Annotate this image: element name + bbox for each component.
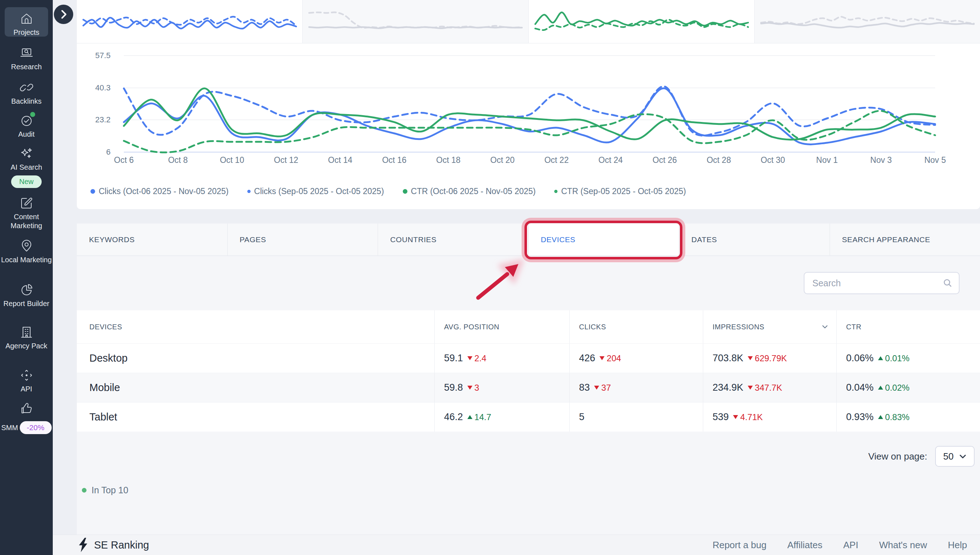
thumbnail-position[interactable]	[755, 0, 980, 43]
metric-cell: 703.8K629.79K	[703, 344, 836, 373]
triangle-up-icon	[468, 415, 472, 419]
delta-up: 14.7	[468, 412, 492, 422]
building-icon	[19, 325, 34, 339]
header-ctr[interactable]: CTR	[836, 310, 980, 343]
footer-link-whats-new[interactable]: What's new	[879, 540, 927, 551]
table-header-row: DEVICES AVG. POSITION CLICKS IMPRESSIONS…	[77, 310, 980, 343]
metric-value: 0.06%	[846, 353, 874, 364]
new-badge: New	[11, 175, 41, 188]
sidebar-item-local-marketing[interactable]: Local Marketing	[0, 239, 53, 265]
device-name: Tablet	[89, 411, 117, 423]
delta-down: 3	[468, 383, 479, 393]
sidebar-item-research[interactable]: Research	[0, 46, 53, 71]
metric-value: 59.1	[444, 353, 463, 364]
table-row[interactable]: Mobile59.838337234.9K347.7K0.04%0.02%	[77, 373, 980, 402]
header-clicks[interactable]: CLICKS	[569, 310, 703, 343]
app-root: Projects Research Backlinks Audit	[0, 0, 980, 555]
footer-link-api[interactable]: API	[843, 540, 858, 551]
header-impressions[interactable]: IMPRESSIONS	[703, 310, 836, 343]
legend-clicks-current[interactable]: Clicks (Oct-06 2025 - Nov-05 2025)	[90, 186, 229, 196]
metric-value: 5	[579, 412, 585, 423]
tab-dates[interactable]: DATES	[679, 223, 830, 255]
x-axis-tick: Nov 3	[870, 156, 892, 165]
delta-down: 204	[599, 353, 621, 363]
x-axis-tick: Oct 12	[274, 156, 298, 165]
triangle-down-icon	[594, 386, 599, 390]
delta-value: 37	[601, 383, 611, 393]
metric-cell: 59.12.4	[434, 344, 569, 373]
tab-pages[interactable]: PAGES	[228, 223, 378, 255]
delta-value: 629.79K	[755, 353, 787, 363]
sidebar-item-api[interactable]: API	[0, 368, 53, 393]
page-size-select[interactable]: 50	[935, 446, 975, 467]
sidebar-item-report-builder[interactable]: Report Builder	[0, 283, 53, 308]
view-on-page-label: View on page:	[868, 451, 927, 462]
delta-down: 2.4	[468, 353, 487, 363]
delta-value: 347.7K	[755, 383, 782, 393]
sidebar-item-content-marketing[interactable]: Content Marketing	[0, 196, 53, 230]
sidebar: Projects Research Backlinks Audit	[0, 0, 53, 555]
map-pin-icon	[19, 239, 34, 253]
metric-cell: 234.9K347.7K	[703, 373, 836, 402]
legend-ctr-current[interactable]: CTR (Oct-06 2025 - Nov-05 2025)	[403, 186, 536, 196]
sidebar-expand-button[interactable]	[54, 5, 73, 24]
footer-links: Report a bug Affiliates API What's new H…	[713, 540, 967, 551]
header-devices[interactable]: DEVICES	[77, 310, 434, 343]
thumbnail-ctr[interactable]	[529, 0, 755, 43]
sort-chevron-icon[interactable]	[821, 324, 829, 329]
sidebar-item-label: Backlinks	[11, 97, 41, 105]
brand[interactable]: SE Ranking	[77, 538, 149, 552]
sidebar-item-agency-pack[interactable]: Agency Pack	[0, 325, 53, 351]
sidebar-item-ai-search[interactable]: AI Search New	[0, 146, 53, 188]
discount-badge: -20%	[20, 421, 52, 434]
sidebar-item-label: API	[21, 385, 32, 393]
table-row[interactable]: Desktop59.12.4426204703.8K629.79K0.06%0.…	[77, 343, 980, 373]
tab-devices[interactable]: DEVICES	[529, 223, 680, 255]
tab-search-appearance[interactable]: SEARCH APPEARANCE	[830, 223, 980, 255]
search-input[interactable]	[805, 278, 943, 289]
metric-value: 234.9K	[713, 382, 744, 393]
metric-value: 83	[579, 382, 590, 393]
metric-cell: 0.04%0.02%	[836, 373, 980, 402]
notification-dot	[30, 112, 35, 117]
sidebar-item-backlinks[interactable]: Backlinks	[0, 80, 53, 106]
x-axis-tick: Oct 26	[652, 156, 677, 165]
sparkline	[309, 12, 522, 28]
link-icon	[19, 80, 34, 95]
legend-dot-icon	[247, 190, 251, 193]
legend-clicks-previous[interactable]: Clicks (Sep-05 2025 - Oct-05 2025)	[247, 186, 384, 196]
x-axis-tick: Oct 10	[220, 156, 244, 165]
metric-value: 703.8K	[713, 353, 744, 364]
x-axis-tick: Oct 28	[707, 156, 731, 165]
pencil-square-icon	[19, 196, 34, 210]
triangle-down-icon	[748, 386, 753, 390]
footer-link-help[interactable]: Help	[948, 540, 967, 551]
sidebar-item-audit[interactable]: Audit	[0, 113, 53, 139]
metric-value: 426	[579, 353, 595, 364]
sidebar-item-label: Content Marketing	[0, 212, 53, 230]
sidebar-item-label: Local Marketing	[0, 255, 53, 265]
legend-ctr-previous[interactable]: CTR (Sep-05 2025 - Oct-05 2025)	[554, 186, 686, 196]
metric-cell: 0.93%0.83%	[836, 403, 980, 431]
x-axis-tick: Nov 1	[816, 156, 838, 165]
sidebar-item-smm[interactable]: SMM -20%	[0, 401, 53, 434]
sparkline	[535, 12, 748, 26]
tab-countries[interactable]: COUNTRIES	[378, 223, 529, 255]
sidebar-item-projects[interactable]: Projects	[5, 7, 48, 37]
footer-link-affiliates[interactable]: Affiliates	[787, 540, 823, 551]
delta-down: 347.7K	[748, 383, 782, 393]
search-icon	[943, 278, 953, 288]
triangle-up-icon	[878, 386, 883, 390]
table-row[interactable]: Tablet46.214.755394.71K0.93%0.83%	[77, 402, 980, 431]
sidebar-item-label: Research	[11, 63, 42, 71]
delta-up: 0.83%	[878, 412, 909, 422]
header-avg-position[interactable]: AVG. POSITION	[434, 310, 569, 343]
home-icon	[19, 11, 34, 26]
thumbnail-impressions[interactable]	[303, 0, 529, 43]
thumbnail-clicks[interactable]	[77, 0, 303, 43]
sidebar-item-label: Projects	[13, 28, 39, 36]
tab-keywords[interactable]: KEYWORDS	[77, 223, 228, 255]
chevron-right-icon	[54, 5, 73, 24]
series-line	[124, 87, 935, 136]
footer-link-report-a-bug[interactable]: Report a bug	[713, 540, 766, 551]
